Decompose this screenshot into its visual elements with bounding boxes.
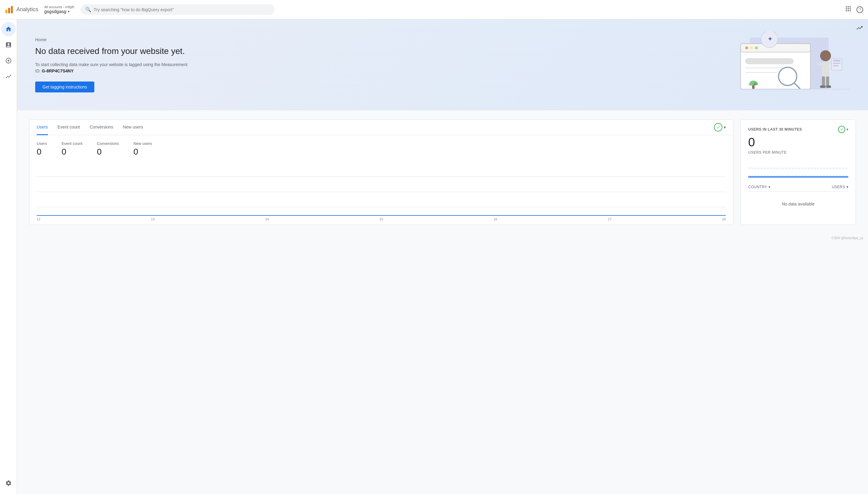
- sidebar-item-settings[interactable]: [1, 476, 16, 490]
- tab-users[interactable]: Users: [37, 120, 48, 135]
- x-label-16: 16: [494, 217, 497, 221]
- realtime-header: USERS IN LAST 30 MINUTES ▾: [748, 126, 848, 133]
- hero-content: Home No data received from your website …: [35, 37, 193, 92]
- sidebar-item-home[interactable]: [1, 22, 16, 36]
- svg-rect-11: [850, 10, 851, 12]
- account-selector[interactable]: All accounts › rHfgfh gsgsdgasg ▾: [44, 5, 74, 14]
- grid-icon[interactable]: [845, 5, 852, 14]
- stat-event-count: Event count 0: [61, 141, 82, 157]
- tab-conversions[interactable]: Conversions: [90, 120, 113, 135]
- svg-rect-39: [822, 76, 825, 87]
- stat-conversions-label: Conversions: [97, 141, 119, 146]
- stat-new-users-label: New users: [133, 141, 152, 146]
- svg-rect-40: [826, 76, 829, 87]
- account-name[interactable]: gsgsdgasg ▾: [44, 9, 74, 14]
- users-chevron-icon: ▾: [847, 185, 849, 189]
- x-label-12: 12: [37, 217, 40, 221]
- x-label-17: 17: [608, 217, 611, 221]
- svg-point-19: [755, 46, 758, 50]
- svg-rect-9: [846, 10, 847, 12]
- analytics-logo-icon: [5, 5, 13, 14]
- stat-conversions: Conversions 0: [97, 141, 119, 157]
- get-tagging-instructions-button[interactable]: Get tagging instructions: [35, 81, 94, 92]
- x-label-13: 13: [151, 217, 155, 221]
- no-data-message: No data available: [748, 194, 848, 214]
- country-chevron-icon: ▾: [769, 185, 771, 189]
- svg-rect-4: [848, 6, 849, 7]
- svg-point-30: [754, 82, 758, 86]
- realtime-title: USERS IN LAST 30 MINUTES: [748, 127, 802, 132]
- account-chevron-icon: ▾: [68, 10, 70, 14]
- hero-illustration: ✦: [722, 32, 850, 98]
- main-chart: [37, 162, 726, 216]
- svg-rect-8: [850, 8, 851, 10]
- search-input[interactable]: [94, 7, 270, 12]
- header-actions: ?: [845, 5, 863, 14]
- footer-credit: CSDN @Serendipiy_yy: [17, 234, 868, 242]
- stat-new-users-value: 0: [133, 147, 152, 157]
- stat-conversions-value: 0: [97, 147, 119, 157]
- svg-rect-37: [833, 63, 841, 64]
- hero-title: No data received from your website yet.: [35, 46, 193, 57]
- stats-values: Users 0 Event count 0 Conversions 0 New …: [30, 135, 733, 162]
- svg-rect-38: [833, 65, 838, 66]
- country-table-header: COUNTRY ▾ USERS ▾: [748, 183, 848, 192]
- sidebar-item-explore[interactable]: [1, 53, 16, 68]
- content-area: Users Event count Conversions New users …: [17, 110, 868, 234]
- sidebar-item-advertising[interactable]: [1, 69, 16, 84]
- hero-description: To start collecting data make sure your …: [35, 61, 193, 74]
- svg-rect-10: [848, 10, 849, 12]
- chart-x-labels: 12 13 14 15 16 17 18: [30, 216, 733, 225]
- svg-rect-5: [850, 6, 851, 7]
- svg-rect-32: [822, 62, 829, 77]
- svg-rect-3: [846, 6, 847, 7]
- tab-event-count[interactable]: Event count: [58, 120, 80, 135]
- hero-banner: Home No data received from your website …: [17, 19, 868, 110]
- realtime-compare-chevron-icon: ▾: [847, 127, 848, 132]
- x-label-18: 18: [722, 217, 726, 221]
- svg-point-29: [749, 83, 753, 86]
- main-content: Home No data received from your website …: [17, 19, 868, 494]
- svg-rect-2: [11, 6, 13, 13]
- realtime-card: USERS IN LAST 30 MINUTES ▾ 0 USERS PER M…: [741, 119, 856, 225]
- home-label: Home: [35, 37, 193, 42]
- stat-users: Users 0: [37, 141, 47, 157]
- svg-rect-6: [846, 8, 847, 10]
- svg-rect-42: [826, 86, 831, 88]
- trend-icon[interactable]: [856, 24, 863, 33]
- stat-users-value: 0: [37, 147, 47, 157]
- mini-chart: [748, 159, 848, 177]
- stat-event-value: 0: [61, 147, 82, 157]
- svg-rect-7: [848, 8, 849, 10]
- app-title: Analytics: [16, 6, 38, 13]
- svg-rect-1: [8, 8, 10, 13]
- stats-tabs: Users Event count Conversions New users …: [30, 120, 733, 135]
- svg-point-18: [750, 46, 753, 50]
- account-breadcrumb: All accounts › rHfgfh: [44, 5, 74, 9]
- sidebar-item-reports[interactable]: [1, 38, 16, 52]
- svg-point-13: [7, 60, 10, 61]
- svg-rect-41: [820, 86, 826, 88]
- logo-area: Analytics: [5, 5, 38, 14]
- svg-rect-20: [745, 58, 794, 64]
- stat-users-label: Users: [37, 141, 47, 146]
- svg-point-17: [745, 46, 748, 50]
- compare-check-icon: [714, 123, 722, 132]
- mini-chart-svg: [748, 159, 848, 177]
- users-column-header[interactable]: USERS ▾: [832, 185, 848, 189]
- help-icon[interactable]: ?: [856, 6, 863, 13]
- svg-rect-36: [833, 60, 841, 61]
- measurement-id: G-8RP4C7S4NY: [42, 69, 74, 73]
- svg-point-31: [820, 50, 831, 61]
- svg-rect-0: [5, 10, 7, 13]
- tab-new-users[interactable]: New users: [123, 120, 143, 135]
- realtime-compare[interactable]: ▾: [838, 126, 848, 133]
- header: Analytics All accounts › rHfgfh gsgsdgas…: [0, 0, 868, 19]
- country-column-header[interactable]: COUNTRY ▾: [748, 185, 770, 189]
- compare-action[interactable]: ▾: [714, 123, 726, 132]
- stat-new-users: New users 0: [133, 141, 152, 157]
- svg-text:✦: ✦: [767, 35, 773, 43]
- svg-rect-33: [816, 63, 822, 65]
- search-bar[interactable]: 🔍: [80, 4, 275, 15]
- stat-event-label: Event count: [61, 141, 82, 146]
